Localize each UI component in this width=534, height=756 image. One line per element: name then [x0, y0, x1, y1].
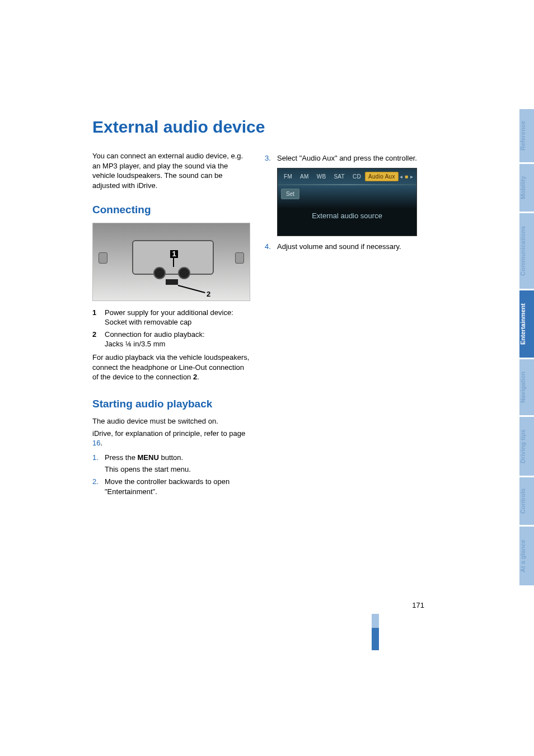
footer-bar-dark [372, 628, 379, 650]
right-column: 3. Select "Audio Aux" and press the cont… [265, 112, 423, 499]
legend-item-2: 2 Connection for audio playback: Jacks ⅛… [92, 330, 250, 349]
figure-line-2 [178, 285, 205, 293]
side-tab-controls[interactable]: Controls [519, 477, 534, 525]
connecting-note: For audio playback via the vehicle louds… [92, 353, 250, 382]
idrive-screenshot-wrapper: FM AM WB SAT CD Audio Aux ◂ ■ ▸ Set Exte… [265, 168, 423, 236]
speaker-icon: ■ [404, 173, 409, 181]
step-num: 4. [265, 242, 277, 252]
idrive-screenshot: FM AM WB SAT CD Audio Aux ◂ ■ ▸ Set Exte… [277, 168, 417, 236]
figure-line-1 [173, 258, 174, 267]
step-2: 2. Move the controller backwards to open… [92, 477, 250, 496]
legend-num: 2 [92, 330, 105, 349]
tab-am[interactable]: AM [296, 172, 313, 182]
slot-icon [166, 279, 178, 285]
tab-audio-aux[interactable]: Audio Aux [365, 172, 399, 182]
legend-num: 1 [92, 308, 105, 327]
step-text: Press the MENU button. This opens the st… [105, 453, 250, 475]
step-num: 2. [92, 477, 105, 496]
starting-p1: The audio device must be switched on. [92, 416, 250, 426]
side-tab-navigation[interactable]: Navigation [519, 359, 534, 415]
tab-cd[interactable]: CD [349, 172, 365, 182]
cap-right-icon [235, 252, 244, 264]
side-tab-entertainment[interactable]: Entertainment [519, 290, 534, 358]
knob-left-icon [153, 267, 166, 279]
step-4: 4. Adjust volume and sound if necessary. [265, 242, 423, 252]
divider [278, 184, 416, 185]
step-text: Adjust volume and sound if necessary. [277, 242, 423, 252]
chevron-left-icon[interactable]: ◂ [399, 173, 404, 181]
knob-right-icon [178, 267, 190, 279]
tabs-row: FM AM WB SAT CD Audio Aux ◂ ■ ▸ [278, 171, 416, 183]
side-tab-at-a-glance[interactable]: At a glance [519, 527, 534, 585]
intro-text: You can connect an external audio device… [92, 151, 250, 190]
step-1: 1. Press the MENU button. This opens the… [92, 453, 250, 475]
set-button[interactable]: Set [281, 189, 299, 200]
side-tab-reference[interactable]: Reference [519, 109, 534, 162]
footer-bar-light [372, 614, 379, 628]
page-ref-link[interactable]: 16 [92, 439, 100, 447]
page: External audio device At a glance Contro… [0, 0, 534, 756]
starting-p2: iDrive, for explanation of principle, re… [92, 429, 250, 448]
side-tab-driving-tips[interactable]: Driving tips [519, 417, 534, 476]
tab-fm[interactable]: FM [280, 172, 296, 182]
tab-sat[interactable]: SAT [330, 172, 349, 182]
cap-left-icon [99, 252, 107, 264]
step-num: 3. [265, 153, 277, 163]
content-area: You can connect an external audio device… [92, 112, 423, 499]
chevron-right-icon[interactable]: ▸ [409, 173, 414, 181]
step-text: Move the controller backwards to open "E… [105, 477, 250, 496]
screenshot-main-text: External audio source [278, 211, 416, 221]
legend-item-1: 1 Power supply for your additional devic… [92, 308, 250, 327]
page-number: 171 [0, 601, 424, 609]
connecting-heading: Connecting [92, 203, 250, 217]
step-text: Select "Audio Aux" and press the control… [277, 153, 423, 163]
left-column: You can connect an external audio device… [92, 112, 250, 499]
side-tab-communications[interactable]: Communications [519, 213, 534, 289]
legend-text: Power supply for your additional device:… [105, 308, 250, 327]
starting-heading: Starting audio playback [92, 397, 250, 411]
tab-wb[interactable]: WB [313, 172, 330, 182]
step-3: 3. Select "Audio Aux" and press the cont… [265, 153, 423, 163]
step-num: 1. [92, 453, 105, 475]
side-tab-bar: At a glance Controls Driving tips Naviga… [519, 109, 534, 585]
footer-decoration [274, 614, 423, 650]
figure-label-2: 2 [207, 289, 210, 299]
figure-label-1: 1 [170, 250, 178, 258]
side-tab-mobility[interactable]: Mobility [519, 164, 534, 212]
legend-text: Connection for audio playback: Jacks ⅛ i… [105, 330, 250, 349]
connecting-figure: 1 2 [92, 223, 250, 301]
